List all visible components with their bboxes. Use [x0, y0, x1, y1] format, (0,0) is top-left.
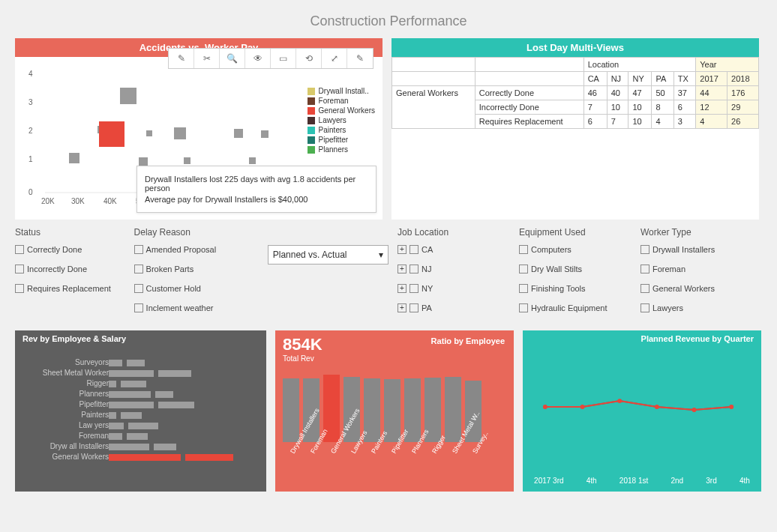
scatter-panel: Accidents vs. Worker Pay ✎ ✂ 🔍 👁 ▭ ⟲ ⤢ ✎… [15, 38, 382, 220]
planned-line-chart[interactable] [530, 369, 754, 459]
svg-text:1: 1 [28, 155, 33, 163]
svg-text:4: 4 [28, 70, 33, 78]
scatter-tooltip: Drywall Installers lost 225 days with av… [136, 166, 376, 213]
ratio-sub: Total Rev [283, 354, 506, 363]
checkbox-item[interactable]: Broken Parts [134, 265, 259, 273]
svg-text:3: 3 [28, 98, 33, 106]
planned-vs-actual-select: Planned vs. Actual ▾ [268, 227, 388, 323]
checkbox-item[interactable]: Finishing Tools [519, 284, 632, 293]
svg-rect-25 [99, 121, 124, 147]
svg-text:30K: 30K [71, 197, 85, 205]
page-title: Construction Performance [0, 0, 777, 38]
svg-rect-21 [184, 157, 190, 164]
scatter-legend: Drywall Install.. Foreman General Worker… [308, 87, 375, 155]
svg-text:2: 2 [28, 127, 33, 135]
tree-item[interactable]: +NY [398, 284, 510, 293]
svg-rect-17 [120, 88, 136, 104]
rev-employee-title: Rev by Employee & Salary [15, 330, 266, 347]
multiview-table: Location Year CANJNYPATX 20172018 Genera… [392, 57, 759, 129]
dropdown[interactable]: Planned vs. Actual ▾ [268, 245, 388, 265]
equip-filter: Equipment Used Computers Dry Wall Stilts… [519, 227, 632, 323]
svg-rect-24 [261, 130, 268, 138]
tree-item[interactable]: +CA [398, 245, 510, 254]
checkbox-item[interactable]: Inclement weather [134, 303, 259, 312]
checkbox-item[interactable]: Dry Wall Stilts [519, 265, 632, 273]
checkbox-item[interactable]: Foreman [640, 265, 753, 273]
status-filter: Status Correctly Done Incorrectly Done R… [15, 227, 125, 323]
tree-item[interactable]: +PA [398, 303, 510, 312]
jobloc-filter: Job Location +CA +NJ +NY +PA [398, 227, 510, 323]
checkbox-item[interactable]: Lawyers [640, 303, 753, 312]
svg-point-30 [692, 408, 697, 412]
svg-text:20K: 20K [41, 197, 55, 205]
table-row[interactable]: General Workers Correctly Done 464047503… [392, 86, 759, 100]
tree-item[interactable]: +NJ [398, 265, 510, 273]
multiview-panel: Lost Day Multi-Views Location Year CANJN… [392, 38, 759, 220]
svg-point-27 [580, 405, 585, 409]
svg-rect-23 [249, 157, 256, 164]
chevron-down-icon: ▾ [379, 250, 383, 260]
svg-point-26 [543, 405, 548, 409]
multiview-title: Lost Day Multi-Views [392, 38, 759, 57]
worker-filter: Worker Type Drywall Installers Foreman G… [640, 227, 753, 323]
checkbox-item[interactable]: Hydraulic Equipment [519, 303, 632, 312]
checkbox-item[interactable]: Customer Hold [134, 284, 259, 293]
rev-employee-panel: Rev by Employee & Salary SurveyorsSheet … [15, 330, 266, 492]
checkbox-item[interactable]: Drywall Installers [640, 245, 753, 254]
ratio-title: Ratio by Employee [431, 336, 505, 345]
checkbox-item[interactable]: Incorrectly Done [15, 265, 125, 273]
checkbox-item[interactable]: Requires Replacement [15, 284, 125, 293]
svg-point-31 [729, 405, 734, 409]
checkbox-item[interactable]: General Workers [640, 284, 753, 293]
checkbox-item[interactable]: Correctly Done [15, 245, 125, 254]
svg-rect-20 [174, 127, 186, 139]
planned-panel: Planned Revenue by Quarter 2017 3rd4th 2… [523, 330, 761, 492]
checkbox-item[interactable]: Computers [519, 245, 632, 254]
svg-text:0: 0 [28, 188, 33, 196]
ratio-bars-chart[interactable] [283, 369, 506, 442]
checkbox-item[interactable]: Amended Proposal [134, 245, 259, 254]
svg-rect-22 [234, 129, 243, 138]
svg-rect-19 [146, 130, 152, 136]
svg-point-29 [655, 405, 659, 409]
svg-point-28 [617, 399, 622, 403]
delay-filter: Delay Reason Amended Proposal Broken Par… [134, 227, 259, 323]
svg-text:40K: 40K [104, 197, 117, 205]
ratio-panel: 854K Total Rev Ratio by Employee Drywall… [275, 330, 514, 492]
rev-bars-chart[interactable] [109, 357, 259, 462]
planned-title: Planned Revenue by Quarter [523, 330, 761, 347]
svg-rect-15 [69, 153, 80, 163]
